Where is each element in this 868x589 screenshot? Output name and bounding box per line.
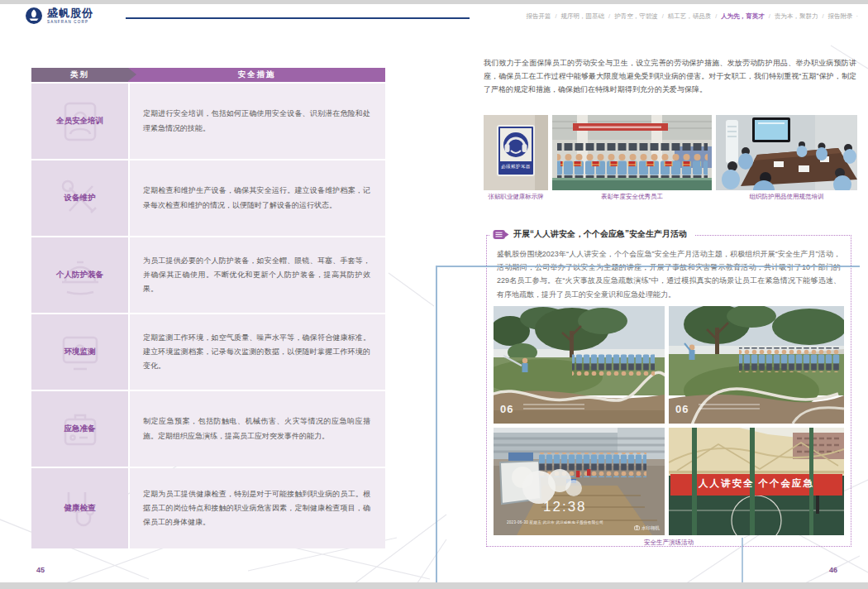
category-label: 全员安全培训 [56, 116, 103, 127]
category-label: 健康检查 [64, 503, 96, 514]
bottom-frame [0, 582, 868, 589]
photo-row: 必须戴护耳器 张贴职业健康标示牌 表彰年度安全优秀员工 [484, 115, 857, 201]
table-row: 全员安全培训 定期进行安全培训，包括如何正确使用安全设备、识别潜在危险和处理紧急… [31, 84, 385, 159]
header-nav: 报告开篇/规序明，固基础/护青空，守碧波/精工艺，研品质/人为先，育英才/责为本… [526, 12, 858, 21]
photo-caption: 组织防护用品使用规范培训 [716, 193, 857, 201]
category-label: 应急准备 [64, 424, 96, 434]
measure-text: 制定应急预案，包括防触电、机械伤害、火灾等情况的应急响应措施。定期组织应急演练，… [130, 391, 385, 467]
table-row: 应急准备 制定应急预案，包括防触电、机械伤害、火灾等情况的应急响应措施。定期组织… [31, 391, 385, 467]
nav-item-responsibility: 责为本，聚群力 [775, 12, 818, 20]
photo-safety-banner: 人人讲安全 个个会应急 [669, 428, 844, 535]
photo-extinguisher-drill: 12:38 2023-06-30 星期五 武汉市 武汉盛帆电子股份有限公司 水印… [494, 428, 665, 535]
measure-text: 定期监测工作环境，如空气质量、噪声水平等，确保符合健康标准。建立环境监测档案，记… [130, 314, 385, 390]
company-name-en: SANFRAN CORP [47, 20, 93, 24]
table-row: 个人防护装备 为员工提供必要的个人防护装备，如安全帽、眼镜、耳塞、手套等，并确保… [31, 237, 385, 313]
nav-separator: / [608, 12, 610, 20]
logo-icon [25, 7, 43, 25]
header-divider [126, 17, 470, 19]
photo-caption: 表彰年度安全优秀员工 [552, 193, 712, 201]
camera-watermark-label: 水印相机 [641, 525, 660, 531]
category-label: 环境监测 [64, 347, 96, 357]
category-label: 设备维护 [64, 193, 96, 204]
intro-paragraph: 我们致力于全面保障员工的劳动安全与卫生，设立完善的劳动保护措施、发放劳动防护用品… [484, 56, 856, 97]
nav-separator: / [715, 12, 717, 20]
camera-watermark: 水印相机 [634, 525, 660, 531]
photo-watermark-number: 06 [500, 403, 513, 415]
company-name: 盛帆股份 [47, 7, 93, 19]
column-header-category: 类别 [31, 68, 128, 82]
table-row: 环境监测 定期监测工作环境，如空气质量、噪声水平等，确保符合健康标准。建立环境监… [31, 314, 385, 390]
nav-separator: / [555, 12, 556, 20]
nav-separator: / [822, 12, 823, 20]
photo-watermark-lines [699, 404, 760, 412]
nav-separator: / [662, 12, 664, 20]
section-tag-icon [493, 229, 509, 240]
photo-training-meeting: 组织防护用品使用规范培训 [716, 115, 857, 201]
photo-health-sign: 必须戴护耳器 张贴职业健康标示牌 [484, 115, 548, 201]
nav-item-appendix: 报告附录 [828, 12, 853, 20]
company-logo: 盛帆股份 SANFRAN CORP [25, 7, 93, 25]
photo-time-detail: 2023-06-30 星期五 武汉市 武汉盛帆电子股份有限公司 [507, 520, 603, 524]
sign-text: 必须戴护耳器 [498, 164, 534, 170]
top-frame [0, 0, 868, 4]
photo-award-group: 表彰年度安全优秀员工 [552, 115, 712, 201]
category-label: 个人防护装备 [56, 270, 103, 280]
nav-item-report-opening: 报告开篇 [526, 12, 551, 20]
photo-watermark-lines [523, 404, 584, 412]
photo-grid-caption: 安全生产演练活动 [487, 539, 851, 547]
table-header-row: 类别 安全措施 [31, 68, 385, 82]
table-row: 健康检查 定期为员工提供健康检查，特别是对于可能接触到职业病的员工。根据员工的岗… [31, 468, 385, 548]
photo-drill-outdoor-1: 06 [494, 306, 665, 424]
training-meeting-image [716, 115, 857, 190]
nav-item-governance: 规序明，固基础 [561, 12, 605, 20]
nav-item-environment: 护青空，守碧波 [614, 12, 658, 20]
column-header-measures: 安全措施 [128, 68, 385, 82]
nav-separator: / [769, 12, 770, 20]
measure-text: 定期为员工提供健康检查，特别是对于可能接触到职业病的员工。根据员工的岗位特点和接… [130, 468, 385, 548]
table-row: 设备维护 定期检查和维护生产设备，确保其安全运行。建立设备维护档案，记录每次检查… [31, 160, 385, 236]
photo-time-overlay: 12:38 [543, 499, 587, 515]
measure-text: 为员工提供必要的个人防护装备，如安全帽、眼镜、耳塞、手套等，并确保其正确使用。不… [130, 237, 385, 313]
camera-icon [634, 525, 640, 530]
measure-text: 定期检查和维护生产设备，确保其安全运行。建立设备维护档案，记录每次检查和维护的情… [130, 160, 385, 236]
section-title-row: 开展“人人讲安全，个个会应急”安全生产月活动 [490, 228, 695, 240]
activity-section: 开展“人人讲安全，个个会应急”安全生产月活动 盛帆股份围绕2023年“人人讲安全… [486, 235, 851, 547]
banner-slogan: 人人讲安全 个个会应急 [669, 477, 844, 490]
nav-trailing-dot: · [856, 12, 859, 20]
page-number-left: 45 [36, 566, 45, 574]
drill-photo-grid: 06 06 [494, 306, 844, 535]
photo-drill-outdoor-2: 06 [669, 306, 844, 424]
page-number-right: 46 [829, 566, 837, 574]
extinguisher-drill-image [494, 428, 665, 535]
section-title: 开展“人人讲安全，个个会应急”安全生产月活动 [513, 228, 687, 240]
nav-item-quality: 精工艺，研品质 [668, 12, 712, 20]
safety-measures-table: 类别 安全措施 全员安全培训 定期进行安全培训，包括如何正确使用安全设备、识别潜… [31, 68, 385, 548]
measure-text: 定期进行安全培训，包括如何正确使用安全设备、识别潜在危险和处理紧急情况的技能。 [130, 84, 385, 159]
award-group-image [552, 115, 712, 190]
photo-caption: 张贴职业健康标示牌 [484, 193, 548, 201]
header-arrow [128, 68, 136, 81]
health-sign-image [484, 115, 548, 190]
nav-item-people-active: 人为先，育英才 [721, 12, 765, 20]
photo-watermark-number: 06 [675, 403, 689, 415]
section-body: 盛帆股份围绕2023年“人人讲安全，个个会应急”安全生产月活动主题，积极组织开展… [497, 247, 841, 301]
